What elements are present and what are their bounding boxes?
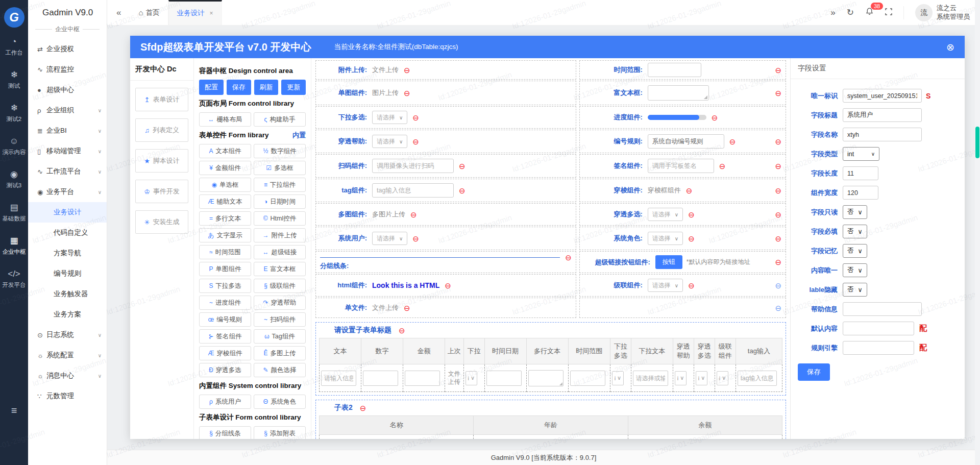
design-action-button[interactable]: 配置 [199,80,224,95]
system-user-select[interactable]: 请选择∨ [372,232,407,245]
remove-field-icon[interactable]: ⊖ [404,66,410,74]
remove-field-icon[interactable]: ⊖ [412,138,419,145]
collapse-right-icon[interactable]: » [830,8,835,17]
system-role-select[interactable]: 请选择∨ [648,232,683,245]
rich-text-input[interactable] [648,85,709,101]
subform-title[interactable]: 子表2 [334,403,353,412]
field-time-range[interactable]: 时间范围: ⊖ [579,60,786,80]
shuttle-text[interactable]: 穿梭框组件 [648,186,681,195]
remove-field-icon[interactable]: ⊖ [775,258,781,266]
remove-field-icon[interactable]: ⊖ [688,211,695,218]
form-control-item[interactable]: ◑ 日期时间 [254,194,306,209]
remove-field-icon[interactable]: ⊖ [775,304,781,312]
sidebar-item[interactable]: ☼ 消息中心 ∨ [28,365,107,386]
dev-center-button[interactable]: ★ 脚本设计 [135,149,188,173]
remove-field-icon[interactable]: ⊖ [729,138,736,145]
form-control-item[interactable]: ☑ 多选框 [254,161,306,175]
notifications-bell-icon[interactable]: 38 [865,7,874,18]
refresh-icon[interactable]: ↻ [847,8,854,17]
design-action-button[interactable]: 更新 [281,80,306,95]
remove-field-icon[interactable]: ⊖ [719,162,726,170]
numbering-rule-input[interactable] [648,134,724,149]
layout-control-item[interactable]: ς 构建助手 [254,112,306,127]
form-control-item[interactable]: Ê 多图上传 [254,346,306,360]
form-control-item[interactable]: Ð 穿透多选 [199,363,251,377]
sidebar-item[interactable]: ☼ 系统配置 ∨ [28,345,107,365]
field-penetrate-help[interactable]: 穿透帮助: 请选择∨ ⊖ [315,130,576,153]
sidebar-submenu-item[interactable]: 代码自定义 [28,223,107,243]
cascade-select[interactable]: 请选择∨ [648,279,683,292]
remove-field-icon[interactable]: ⊖ [459,187,465,194]
form-control-item[interactable]: ¥ 金额组件 [199,161,251,175]
form-control-item[interactable]: Æ 穿梭组件 [199,346,251,360]
dev-center-button[interactable]: ♫ 列表定义 [135,118,188,142]
field-single-image[interactable]: 单图组件: 图片上传 ⊖ [315,81,576,105]
builtin-link[interactable]: 内置 [292,131,306,140]
rule-engine-input[interactable] [843,341,914,355]
form-control-item[interactable]: A 文本组件 [199,144,251,158]
sidebar-item-business-design[interactable]: 业务设计 [28,202,107,223]
window-scrollbar[interactable] [975,0,980,465]
penetrate-multi-select[interactable]: 请选择∨ [648,208,683,221]
form-control-item[interactable]: ✎ 颜色选择 [254,363,306,377]
form-control-item[interactable]: ⊱ 签名组件 [199,329,251,344]
subform-datetime-input[interactable] [486,371,522,386]
form-control-item[interactable]: ω Tag组件 [254,329,306,344]
subform-control-item[interactable]: § 添加附表 [254,426,306,439]
remove-field-icon[interactable]: ⊖ [775,235,781,242]
field-name-input[interactable] [843,128,922,141]
form-control-item[interactable]: ↔ 超级链接 [254,245,306,259]
form-control-item[interactable]: → 附件上传 [254,228,306,242]
subform-ddtext-input[interactable] [633,371,668,386]
remove-field-icon[interactable]: ⊖ [445,282,451,289]
sidebar-submenu-item[interactable]: 方案导航 [28,243,107,263]
upload-text[interactable]: 多图片上传 [372,210,405,219]
app-logo[interactable]: G [4,7,24,28]
form-control-item[interactable]: ½ 数字组件 [254,144,306,158]
field-progress[interactable]: 进度组件: ⊖ [579,106,786,129]
sidebar-item[interactable]: ∿ 流程监控 [28,59,107,80]
field-signature[interactable]: 签名组件: ⊖ ⊖ [579,154,786,178]
sidebar-item[interactable]: ∿ 工作流平台 ∨ [28,161,107,182]
remove-field-icon[interactable]: ⊖ [775,282,781,289]
penetrate-help-select[interactable]: 请选择∨ [372,135,407,148]
subform-select[interactable]: i∨ [696,371,708,385]
tab-home[interactable]: ⌂ 首页 [130,0,168,25]
rail-item[interactable]: ◔ 工作台 [3,37,26,57]
sidebar-item[interactable]: ▯ 移动端管理 ∨ [28,141,107,161]
sidebar-item[interactable]: ≣ 企业BI ∨ [28,120,107,141]
field-empty[interactable]: ⊖ [579,298,786,318]
subform-select[interactable]: i∨ [612,371,624,385]
form-control-item[interactable]: あ 文字显示 [199,228,251,242]
rail-item[interactable]: ▤ 基础数据 [3,203,26,223]
form-control-item[interactable]: ~ 进度组件 [199,296,251,310]
subform-number-input[interactable] [363,371,398,386]
form-control-item[interactable]: ≡ 下拉组件 [254,178,306,192]
field-numbering-rule[interactable]: 编号规则: ⊖ ⊖ [579,130,786,153]
form-control-item[interactable]: P 单图组件 [199,262,251,276]
design-action-button[interactable]: 刷新 [254,80,279,95]
rail-item[interactable]: ❄ 测试2 [3,103,26,123]
remove-field-icon[interactable]: ⊖ [775,138,781,145]
sidebar-submenu-item[interactable]: 业务触发器 [28,284,107,304]
dev-center-button[interactable]: ↥ 表单设计 [135,88,188,111]
subform-amount-input[interactable] [405,371,440,386]
remove-field-icon[interactable]: ⊖ [775,211,781,218]
field-system-role[interactable]: 系统角色: 请选择∨ ⊖ ⊖ [579,227,786,250]
remove-field-icon[interactable]: ⊖ [688,235,695,242]
field-cascade[interactable]: 级联组件: 请选择∨ ⊖ ⊖ [579,274,786,297]
field-system-user[interactable]: 系统用户: 请选择∨ ⊖ [315,227,576,250]
remove-field-icon[interactable]: ⊖ [686,187,693,194]
form-control-item[interactable]: E 富文本框 [254,262,306,276]
tag-input[interactable] [372,183,454,198]
subform-timerange-input[interactable] [570,371,605,386]
form-control-item[interactable]: S 下拉多选 [199,279,251,293]
upload-text[interactable]: 图片上传 [372,88,399,97]
field-length-input[interactable] [843,166,878,180]
form-control-item[interactable]: § 级联组件 [254,279,306,293]
dev-center-button[interactable]: ✳ 安装生成 [135,210,188,234]
form-control-item[interactable]: œ 编号规则 [199,312,251,327]
dev-center-button[interactable]: ♔ 事件开发 [135,180,188,203]
sidebar-item[interactable]: ◉ 业务平台 ∨ [28,182,107,202]
subform-tag-input[interactable] [738,371,777,386]
